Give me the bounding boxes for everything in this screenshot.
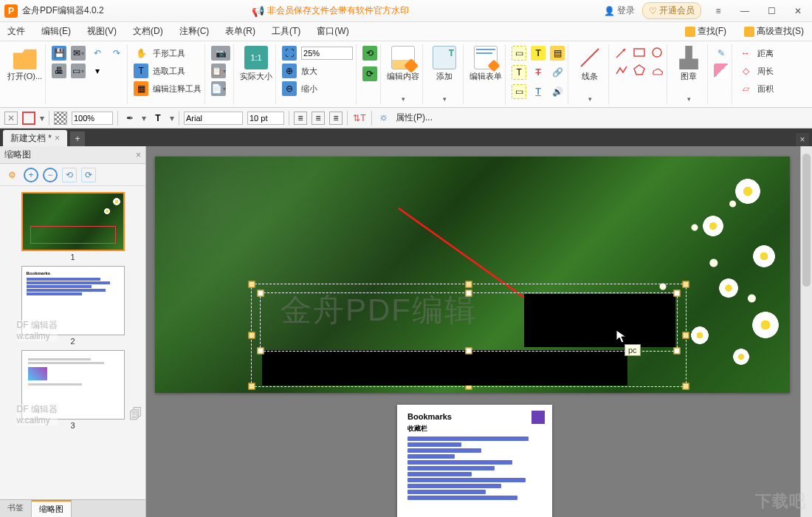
hand-tool-button[interactable]: ✋手形工具: [134, 46, 202, 61]
eraser-icon[interactable]: [714, 64, 729, 78]
stroke-color-button[interactable]: [22, 112, 35, 125]
thumb-rotate-cw-icon[interactable]: ⟳: [81, 168, 96, 182]
menu-form[interactable]: 表单(R): [222, 24, 258, 39]
document-canvas[interactable]: 金舟PDF编辑 pc Bookmarks 收藏栏: [146, 146, 812, 517]
vertical-scrollbar[interactable]: [800, 146, 812, 517]
rotate-cw-icon[interactable]: ⟳: [362, 66, 377, 81]
thumbnail-tools: ⚙ + − ⟲ ⟳: [0, 164, 145, 186]
thumb-zoom-in-icon[interactable]: +: [24, 168, 38, 182]
perimeter-tool-button[interactable]: ◇周长: [738, 64, 774, 78]
thumbnail-page-2[interactable]: Bookmarks DF 编辑器w.callmy 2: [21, 266, 125, 346]
fit-page-icon[interactable]: ⛶: [282, 46, 297, 61]
note-icon[interactable]: ▤: [550, 46, 565, 61]
menu-button[interactable]: ≡: [709, 1, 728, 21]
thumbnail-page-3[interactable]: DF 编辑器w.callmy 3 🗐: [21, 350, 125, 430]
thumb-zoom-out-icon[interactable]: −: [43, 168, 58, 182]
thumbnail-page-1[interactable]: 1: [21, 192, 125, 261]
panel-close-icon[interactable]: ×: [136, 150, 141, 160]
bookmark-tab[interactable]: 书签: [0, 500, 32, 517]
area-tool-button[interactable]: ▱面积: [738, 81, 774, 96]
paste-icon[interactable]: 📄: [211, 81, 226, 96]
align-left-button[interactable]: ≡: [294, 112, 307, 125]
add-tab-button[interactable]: +: [70, 131, 85, 146]
properties-button[interactable]: 属性(P)...: [396, 112, 433, 124]
thumb-options-icon[interactable]: ⚙: [4, 168, 19, 182]
close-button[interactable]: ✕: [788, 1, 808, 21]
thumb-rotate-ccw-icon[interactable]: ⟲: [62, 168, 77, 182]
menu-window[interactable]: 窗口(W): [314, 24, 351, 39]
actual-size-button[interactable]: 1:1 实际大小: [240, 46, 272, 82]
align-center-button[interactable]: ≡: [312, 112, 325, 125]
remove-color-button[interactable]: ✕: [4, 112, 18, 125]
menu-annotate[interactable]: 注释(C): [176, 24, 213, 39]
minimize-button[interactable]: ―: [735, 1, 754, 21]
font-select[interactable]: [184, 112, 243, 125]
font-size-select[interactable]: [247, 112, 284, 125]
undo-icon[interactable]: ↶: [90, 46, 105, 61]
strikethrough-icon[interactable]: T: [531, 65, 546, 80]
cloud-shape-icon[interactable]: [650, 64, 664, 77]
align-right-button[interactable]: ≡: [329, 112, 343, 125]
redo-icon[interactable]: ↷: [109, 46, 124, 61]
document-tab[interactable]: 新建文档 *×: [3, 130, 67, 146]
circle-shape-icon[interactable]: [650, 46, 664, 59]
rotate-ccw-icon[interactable]: ⟲: [362, 46, 377, 61]
megaphone-icon: 📢: [252, 5, 264, 17]
scrollbar-thumb[interactable]: [802, 154, 811, 287]
clipboard-icon[interactable]: 📋: [211, 64, 226, 78]
scan-icon[interactable]: ▭: [71, 64, 86, 78]
menu-edit[interactable]: 编辑(E): [38, 24, 74, 39]
open-button[interactable]: 打开(O)...: [7, 46, 42, 82]
menu-view[interactable]: 视图(V): [84, 24, 120, 39]
select-tool-button[interactable]: T选取工具: [134, 64, 202, 78]
sound-icon[interactable]: 🔊: [550, 84, 565, 99]
save-icon[interactable]: 💾: [52, 46, 66, 61]
zoom-out-button[interactable]: ⊖缩小: [282, 81, 353, 96]
fill-pattern-button[interactable]: [54, 112, 67, 125]
distance-tool-button[interactable]: ↔距离: [738, 46, 774, 61]
opacity-select[interactable]: [72, 112, 113, 125]
highlight-icon[interactable]: T: [531, 46, 546, 61]
thumbnail-list: 1 Bookmarks DF 编辑器w.callmy 2: [0, 186, 145, 499]
zoom-in-button[interactable]: ⊕放大: [282, 64, 353, 78]
zoom-select[interactable]: [301, 47, 353, 60]
form-text3-icon[interactable]: ▭: [512, 84, 526, 99]
text-direction-button[interactable]: ⇅T: [352, 111, 367, 126]
mail-icon[interactable]: ✉: [71, 46, 86, 61]
close-all-tabs-button[interactable]: ×: [796, 133, 809, 146]
menu-file[interactable]: 文件: [4, 24, 28, 39]
pencil-icon[interactable]: ✎: [714, 46, 729, 61]
print-icon[interactable]: 🖶: [52, 64, 66, 78]
form-text-icon[interactable]: ▭: [512, 46, 526, 61]
vip-button[interactable]: ♡ 开通会员: [642, 2, 701, 19]
thumbnail-tab[interactable]: 缩略图: [32, 500, 72, 517]
edit-content-button[interactable]: 编辑内容: [387, 46, 419, 82]
rect-shape-icon[interactable]: [633, 46, 646, 59]
camera-icon[interactable]: 📷: [211, 46, 230, 61]
cursor-tooltip: pc: [625, 344, 641, 356]
redaction-box-2[interactable]: [262, 350, 627, 386]
menu-document[interactable]: 文档(D): [130, 24, 166, 39]
login-button[interactable]: 👤 登录: [604, 4, 635, 17]
dropdown-icon[interactable]: ▾: [90, 64, 105, 78]
menu-tools[interactable]: 工具(T): [269, 24, 303, 39]
find-button[interactable]: 查找(F): [681, 24, 730, 39]
text-color-icon[interactable]: T: [151, 111, 165, 126]
maximize-button[interactable]: ☐: [762, 1, 781, 21]
page-number: 1: [21, 253, 125, 261]
polyline-shape-icon[interactable]: [615, 64, 628, 77]
edit-form-button[interactable]: 编辑表单: [469, 46, 502, 82]
arrow-shape-icon[interactable]: [615, 46, 628, 59]
pen-color-icon[interactable]: ✒: [123, 111, 137, 126]
thumbnails-panel: 缩略图× ⚙ + − ⟲ ⟳ 1 Bookmarks: [0, 146, 146, 517]
pentagon-shape-icon[interactable]: [633, 64, 646, 77]
link-icon[interactable]: 🔗: [550, 65, 565, 80]
form-text2-icon[interactable]: T: [512, 65, 526, 80]
add-button[interactable]: T 添加: [429, 46, 460, 82]
tab-close-icon[interactable]: ×: [55, 133, 60, 143]
underline-icon[interactable]: T: [531, 84, 546, 99]
stamp-button[interactable]: 图章: [673, 46, 704, 82]
edit-annotation-tool-button[interactable]: ▦编辑注释工具: [134, 81, 202, 96]
advanced-find-button[interactable]: 高级查找(S): [740, 24, 808, 39]
line-tool-button[interactable]: 线条: [574, 46, 605, 82]
